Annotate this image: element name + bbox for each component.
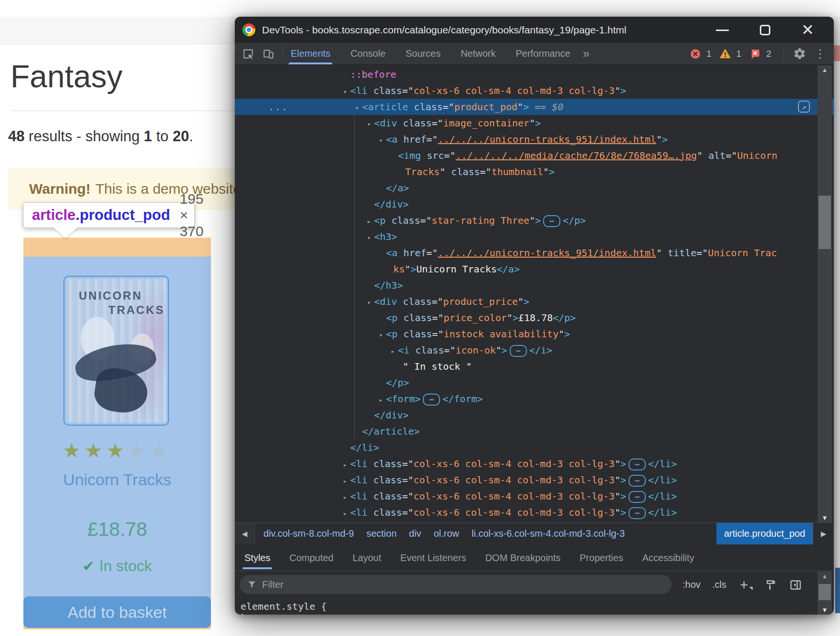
inline-expand-button[interactable]: ⋯ [423,394,440,406]
maximize-button[interactable] [760,25,770,35]
collapse-arrow-icon[interactable]: ▾ [364,116,374,132]
dom-tree-row[interactable]: " In stock " [235,358,834,375]
inline-expand-button[interactable]: ⋯ [629,459,646,470]
devtools-titlebar[interactable]: DevTools - books.toscrape.com/catalogue/… [235,17,834,43]
toggle-sidebar-icon[interactable] [789,572,802,598]
dom-tree-row[interactable]: ▸<li class="col-xs-6 col-sm-4 col-md-3 c… [235,488,834,504]
dom-tree-row[interactable]: ▸<form>⋯</form> [235,391,834,407]
dom-tree-row[interactable]: ks">Unicorn Tracks</a> [235,261,834,277]
scroll-down-icon[interactable]: ▼ [818,514,832,521]
breadcrumb-item[interactable]: li.col-xs-6.col-sm-4.col-md-3.col-lg-3 [472,528,625,539]
tab-layout[interactable]: Layout [353,545,381,571]
close-button[interactable]: × [802,20,814,40]
tab-computed[interactable]: Computed [289,545,333,571]
dom-tree-row[interactable]: ▾<div class="product_price"> [235,293,834,310]
inline-expand-button[interactable]: ⋯ [543,215,560,227]
product-thumbnail[interactable]: UNICORN TRACKS [63,276,169,426]
warning-count[interactable]: 1 [736,49,742,59]
dom-tree-row[interactable]: </p> [235,375,834,391]
expand-arrow-icon[interactable]: ▸ [340,473,350,489]
dom-tree-row[interactable]: ▸<i class="icon-ok">⋯</i> [235,342,834,358]
dom-tree-row[interactable]: <img src="../../../../media/cache/76/8e/… [235,147,834,164]
tab-dom-breakpoints[interactable]: DOM Breakpoints [485,545,561,571]
more-tabs-icon[interactable]: » [583,46,588,61]
expand-arrow-icon[interactable]: ▸ [388,343,398,359]
elements-scrollbar[interactable]: ▲ ▼ [818,65,832,522]
tab-styles[interactable]: Styles [244,545,270,571]
filter-input[interactable] [262,579,664,590]
expand-arrow-icon[interactable]: ▸ [340,489,350,505]
tab-performance[interactable]: Performance [516,43,571,64]
inline-expand-button[interactable]: ⋯ [629,475,646,487]
tab-event-listeners[interactable]: Event Listeners [400,545,466,571]
issues-icon[interactable] [748,47,762,61]
dom-tree-row[interactable]: Tracks" class="thumbnail"> [235,164,834,180]
scrollbar-thumb[interactable] [819,196,831,249]
warning-icon[interactable] [719,47,732,61]
issues-count[interactable]: 2 [766,49,771,59]
kebab-menu-icon[interactable]: ⋮ [814,47,826,61]
dom-tree-row[interactable]: ▸<p class="star-rating Three">⋯</p> [235,212,834,229]
product-title-link[interactable]: Unicorn Tracks [23,470,211,489]
dom-tree-row[interactable]: ▸<li class="col-xs-6 col-sm-4 col-md-3 c… [235,504,834,521]
new-style-rule-button[interactable]: + [740,572,753,598]
collapse-arrow-icon[interactable]: ▾ [340,83,350,100]
add-to-basket-button[interactable]: Add to basket [23,596,211,628]
rendering-paint-icon[interactable] [765,572,777,598]
error-count[interactable]: 1 [706,49,712,59]
toggle-class-button[interactable]: .cls [712,572,726,598]
dom-tree-row[interactable]: ▾<a href="../../../unicorn-tracks_951/in… [235,131,834,147]
collapse-arrow-icon[interactable]: ▾ [376,132,386,148]
inline-expand-button[interactable]: ⋯ [629,507,646,519]
tab-accessibility[interactable]: Accessibility [642,545,694,571]
dom-tree-row[interactable]: ▾<p class="instock availability"> [235,326,834,342]
minimize-button[interactable] [716,30,729,31]
collapse-arrow-icon[interactable]: ▾ [352,100,362,116]
tab-network[interactable]: Network [461,43,495,64]
scroll-up-icon[interactable]: ▲ [818,573,832,580]
tab-properties[interactable]: Properties [580,545,623,571]
error-icon[interactable] [689,47,702,61]
breadcrumb-selected[interactable]: article.product_pod [716,523,813,544]
dom-tree-row[interactable]: </li> [235,439,834,456]
breadcrumb-item[interactable]: section [367,528,397,539]
breadcrumb-item[interactable]: div.col-sm-8.col-md-9 [263,528,354,539]
gear-icon[interactable] [793,47,806,61]
dom-tree-row[interactable]: </div> [235,196,834,212]
inline-expand-button[interactable]: ⋯ [510,345,527,357]
collapse-arrow-icon[interactable]: ▾ [364,229,374,246]
dom-tree-row[interactable]: ...▾<article class="product_pod"> == $0↗ [235,99,834,115]
tab-elements[interactable]: Elements [291,43,330,64]
collapse-arrow-icon[interactable]: ▾ [376,327,386,343]
breadcrumb-back-icon[interactable]: ◀ [235,523,255,544]
expand-arrow-icon[interactable]: ▸ [376,392,386,408]
dom-tree-row[interactable]: ▾<div class="image_container"> [235,115,834,131]
dom-tree-row[interactable]: ▸<li class="col-xs-6 col-sm-4 col-md-3 c… [235,456,834,472]
dom-tree-row[interactable]: <p class="price_color">£18.78</p> [235,310,834,326]
selected-element-adorner-icon[interactable]: ↗ [798,101,810,113]
breadcrumb-item[interactable]: ol.row [434,528,459,539]
filter-field[interactable] [240,575,672,594]
expand-arrow-icon[interactable]: ▸ [340,457,350,473]
dom-tree-row[interactable]: ::before [235,66,834,83]
inspect-element-icon[interactable] [242,47,255,61]
more-actions-ghost[interactable]: ... [268,99,288,115]
expand-arrow-icon[interactable]: ▸ [364,213,374,229]
scroll-up-icon[interactable]: ▲ [818,66,832,73]
tab-console[interactable]: Console [350,43,385,64]
dom-tree-row[interactable]: </a> [235,180,834,196]
breadcrumb-forward-icon[interactable]: ▶ [813,523,834,544]
toggle-hover-state-button[interactable]: :hov [682,572,701,598]
dom-tree-row[interactable]: </div> [235,407,834,423]
dom-tree-row[interactable]: <a href="../../../unicorn-tracks_951/ind… [235,245,834,261]
dom-tree-row[interactable]: ▾<li class="col-xs-6 col-sm-4 col-md-3 c… [235,83,834,99]
collapse-arrow-icon[interactable]: ▾ [364,294,374,311]
dom-tree-row[interactable]: </article> [235,423,834,439]
breadcrumb-item[interactable]: div [409,528,421,539]
expand-arrow-icon[interactable]: ▸ [340,505,350,521]
device-toolbar-icon[interactable] [262,47,275,61]
dom-tree-row[interactable]: </h3> [235,277,834,293]
dom-tree-row[interactable]: ▾<h3> [235,229,834,245]
tab-sources[interactable]: Sources [406,43,441,64]
dom-tree-row[interactable]: ▸<li class="col-xs-6 col-sm-4 col-md-3 c… [235,472,834,488]
